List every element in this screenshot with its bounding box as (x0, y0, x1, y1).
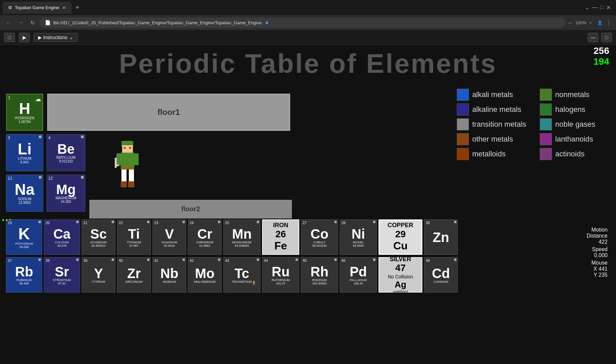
element-Mg[interactable]: 12 Mg MAGNESIUM 24.305 (47, 175, 85, 212)
element-Ca[interactable]: 20 Ca CALCIUM 40.078 (44, 219, 80, 255)
Zn-number: 30 (426, 221, 430, 225)
element-Ru[interactable]: 44 Ru RUTHENIUM 101.07 (262, 257, 299, 293)
motion-label: Motion (591, 227, 608, 233)
Cr-mass: 51.9961 (199, 244, 211, 247)
instructions-dropdown-icon: ⌄ (69, 35, 73, 40)
element-Ag[interactable]: SILVER 47 No Collision Ag undefined (379, 257, 422, 293)
url-bar[interactable]: 📄 file:///D:/_1Code/0_JS_Published/Topal… (39, 18, 565, 28)
element-Tc[interactable]: 43 Tc TECHNETIUM 🧍 (223, 257, 260, 293)
svg-rect-5 (121, 166, 134, 169)
element-Mn[interactable]: 25 Mn MANGANESE 54.938045 (223, 219, 260, 255)
element-Rh[interactable]: 45 Rh RHODIUM 102.90550 (301, 257, 338, 293)
Rb-dot (38, 259, 41, 261)
Be-number: 4 (48, 135, 51, 140)
Pd-number: 46 (341, 259, 345, 263)
lanthanoid-label: lanthanoids (555, 135, 593, 144)
Ru-name: RUTHENIUM (272, 278, 290, 282)
distance-row: Distance 422 (587, 233, 608, 245)
app-stop-button[interactable]: □ (4, 33, 15, 42)
Pd-dot (373, 259, 375, 261)
svg-rect-10 (121, 170, 127, 183)
element-Fe[interactable]: IRON 26 Fe (262, 219, 299, 255)
element-Y[interactable]: 39 Y YTTRIUM (82, 257, 115, 293)
Fe-symbol: Fe (274, 240, 287, 252)
Y-symbol: Y (94, 267, 103, 280)
tab-close-button[interactable]: ✕ (62, 5, 66, 10)
profile-button[interactable]: 👤 (597, 20, 603, 25)
app-controls-right: — □ (588, 33, 612, 42)
lanthanoid-swatch (540, 133, 552, 145)
dot-green: ● (2, 217, 4, 222)
app-play-button[interactable]: ▶ (19, 33, 30, 42)
other-label: other metals (472, 135, 513, 144)
Mg-symbol: Mg (56, 183, 76, 196)
close-window-button[interactable]: ✕ (606, 4, 611, 11)
element-Cu[interactable]: COPPER 29 Cu (379, 219, 422, 255)
back-button[interactable]: ← (4, 18, 13, 27)
K-name: POTASSIUM (15, 242, 33, 245)
Ti-symbol: Ti (128, 227, 140, 241)
Mg-name: MAGNESIUM (56, 196, 77, 200)
legend-panel: alkali metals nonmetals alkaline metals … (457, 89, 609, 160)
zoom-increase-button[interactable]: + (589, 20, 592, 25)
speed-label: Speed (592, 246, 608, 252)
app-maximize-button[interactable]: □ (601, 33, 612, 42)
element-Rb[interactable]: 37 Rb RUBIDIUM 85.468 (6, 257, 42, 293)
transition-swatch (457, 118, 469, 130)
Sc-dot (112, 221, 114, 223)
app-minimize-button[interactable]: — (588, 33, 598, 42)
element-Na[interactable]: 11 Na SODIUM 22.9903 (6, 175, 43, 212)
actinoid-label: actinoids (555, 150, 585, 158)
metalloid-label: metalloids (472, 150, 506, 158)
Pd-name: PALLADIUM (350, 278, 367, 282)
element-Sc[interactable]: 21 Sc SCANDIUM 44.955912 (82, 219, 115, 255)
refresh-button[interactable]: ↻ (28, 18, 37, 27)
element-K[interactable]: 19 K POTASSIUM 39.098 (6, 219, 42, 255)
Be-dot (81, 135, 84, 138)
element-Zr[interactable]: 40 Zr ZIRCONIUM (117, 257, 151, 293)
element-Be[interactable]: 4 Be BERYLLIUM 9.012182 (47, 134, 85, 171)
V-name: VANADIUM (162, 241, 177, 244)
Ti-dot (147, 221, 149, 223)
Ag-number: 47 (395, 263, 405, 273)
active-tab[interactable]: ⚙ Topalian Game Engine ✕ (3, 2, 72, 14)
maximize-window-button[interactable]: □ (600, 4, 604, 11)
Co-symbol: Co (310, 227, 328, 241)
Rh-name: RHODIUM (312, 278, 327, 282)
Cd-number: 48 (426, 259, 430, 263)
zoom-decrease-button[interactable]: — (568, 20, 572, 25)
page-title: Periodic Table of Elements (0, 48, 616, 79)
browser-menu-button[interactable]: ⌄ (585, 4, 589, 11)
element-Nb[interactable]: 41 Nb NIOBIUM (152, 257, 186, 293)
Mg-mass: 24.305 (61, 200, 71, 204)
element-Pd[interactable]: 46 Pd PALLADIUM 106.42 (340, 257, 377, 293)
Tc-name: TECHNETIUM (232, 280, 252, 283)
element-Ti[interactable]: 22 Ti TITANIUM 47.867 (117, 219, 151, 255)
browser-chrome: ⚙ Topalian Game Engine ✕ + ⌄ — □ ✕ ← → ↻… (0, 0, 616, 30)
Rb-name: RUBIDIUM (17, 278, 32, 282)
element-Mo[interactable]: 42 Mo MOLYBDENUM (188, 257, 222, 293)
forward-button[interactable]: → (16, 18, 26, 27)
element-Co[interactable]: 27 Co COBALT 58.933195 (301, 219, 338, 255)
H-number: 1 (8, 95, 10, 100)
Rh-number: 45 (303, 259, 307, 263)
new-tab-button[interactable]: + (73, 2, 82, 13)
browser-menu-dots-button[interactable]: ⋮ (605, 19, 612, 27)
element-V[interactable]: 23 V VANADIUM 50.9415 (152, 219, 186, 255)
element-Li[interactable]: 3 Li LITHIUM 6.941 (6, 134, 43, 171)
Li-number: 3 (8, 135, 10, 140)
Cr-dot (218, 221, 220, 223)
element-Cr[interactable]: 24 Cr CHROMIUM 51.9961 (188, 219, 222, 255)
element-Zn[interactable]: 30 Zn (424, 219, 458, 255)
Cr-number: 24 (190, 221, 194, 225)
element-H[interactable]: 1 ☁ H HYDROGEN 1.00794 (6, 94, 43, 131)
bookmark-icon[interactable]: ★ (264, 20, 269, 26)
instructions-button[interactable]: ▶ Instructions ⌄ (34, 33, 78, 42)
element-Ni[interactable]: 28 Ni NICKEL 58.6934 (340, 219, 377, 255)
legend-actinoids: actinoids (540, 148, 609, 160)
legend-transition-metals: transition metals (457, 118, 526, 130)
Sc-number: 21 (83, 221, 87, 225)
element-Sr[interactable]: 38 Sr STRONTIUM 87.62 (44, 257, 80, 293)
minimize-window-button[interactable]: — (592, 4, 597, 11)
element-Cd[interactable]: 48 Cd CADMIUM (424, 257, 458, 293)
